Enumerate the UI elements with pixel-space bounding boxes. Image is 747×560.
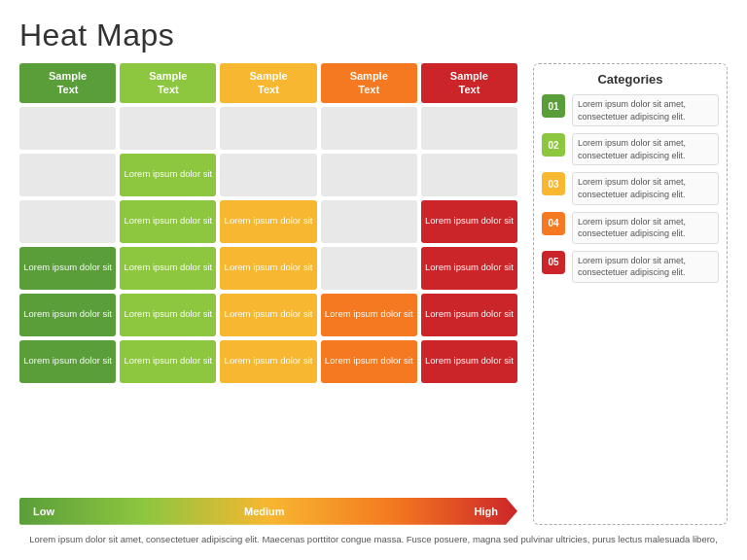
- category-item: 01Lorem ipsum dolor sit amet, consectetu…: [542, 94, 719, 126]
- category-description: Lorem ipsum dolor sit amet, consectetuer…: [572, 133, 719, 165]
- table-cell: Lorem ipsum dolor sit: [421, 340, 517, 383]
- table-cell: [321, 154, 417, 196]
- table-row: [19, 107, 517, 150]
- table-cell: Lorem ipsum dolor sit: [19, 340, 116, 383]
- table-header-row: Sample TextSample TextSample TextSample …: [19, 63, 517, 103]
- table-row: Lorem ipsum dolor sitLorem ipsum dolor s…: [19, 340, 517, 383]
- table-cell: Lorem ipsum dolor sit: [120, 154, 216, 196]
- category-item: 04Lorem ipsum dolor sit amet, consectetu…: [542, 212, 719, 244]
- category-badge: 05: [542, 251, 565, 274]
- categories-box: Categories 01Lorem ipsum dolor sit amet,…: [533, 63, 728, 525]
- column-header: Sample Text: [421, 63, 517, 103]
- categories-section: Categories 01Lorem ipsum dolor sit amet,…: [533, 63, 728, 525]
- gradient-bar-container: Low Medium High: [19, 498, 517, 525]
- table-cell: [220, 154, 316, 196]
- column-header: Sample Text: [120, 63, 216, 103]
- table-cell: [321, 200, 417, 243]
- table-cell: Lorem ipsum dolor sit: [421, 294, 517, 336]
- heatmap-table: Sample TextSample TextSample TextSample …: [19, 63, 517, 492]
- table-row: Lorem ipsum dolor sitLorem ipsum dolor s…: [19, 200, 517, 243]
- category-item: 03Lorem ipsum dolor sit amet, consectetu…: [542, 172, 719, 204]
- column-header: Sample Text: [321, 63, 417, 103]
- table-cell: Lorem ipsum dolor sit: [220, 294, 316, 336]
- categories-list: 01Lorem ipsum dolor sit amet, consectetu…: [542, 94, 719, 283]
- table-row: Lorem ipsum dolor sitLorem ipsum dolor s…: [19, 294, 517, 336]
- footer-text: Lorem ipsum dolor sit amet, consectetuer…: [19, 533, 728, 546]
- table-cell: Lorem ipsum dolor sit: [421, 247, 517, 290]
- category-badge: 01: [542, 94, 565, 118]
- column-header: Sample Text: [220, 63, 316, 103]
- table-cell: Lorem ipsum dolor sit: [220, 340, 316, 383]
- table-cell: [19, 107, 116, 150]
- high-label: High: [475, 506, 498, 517]
- low-label: Low: [33, 506, 54, 517]
- category-item: 05Lorem ipsum dolor sit amet, consectetu…: [542, 251, 719, 283]
- table-cell: [321, 107, 417, 150]
- category-description: Lorem ipsum dolor sit amet, consectetuer…: [572, 172, 719, 204]
- table-row: Lorem ipsum dolor sit: [19, 154, 517, 196]
- table-cell: Lorem ipsum dolor sit: [19, 294, 116, 336]
- category-badge: 03: [542, 172, 565, 195]
- category-item: 02Lorem ipsum dolor sit amet, consectetu…: [542, 133, 719, 165]
- table-cell: Lorem ipsum dolor sit: [220, 247, 316, 290]
- table-row: Lorem ipsum dolor sitLorem ipsum dolor s…: [19, 247, 517, 290]
- table-cell: [220, 107, 316, 150]
- table-cell: Lorem ipsum dolor sit: [220, 200, 316, 243]
- table-cell: Lorem ipsum dolor sit: [321, 294, 417, 336]
- column-header: Sample Text: [19, 63, 116, 103]
- category-badge: 02: [542, 133, 565, 157]
- table-cell: [421, 107, 517, 150]
- table-cell: Lorem ipsum dolor sit: [120, 340, 216, 383]
- gradient-bar: Low Medium High: [19, 498, 517, 525]
- table-cell: [19, 200, 116, 243]
- table-body: Lorem ipsum dolor sitLorem ipsum dolor s…: [19, 107, 517, 492]
- category-description: Lorem ipsum dolor sit amet, consectetuer…: [572, 212, 719, 244]
- category-description: Lorem ipsum dolor sit amet, consectetuer…: [572, 94, 719, 126]
- page-container: Heat Maps Sample TextSample TextSample T…: [0, 0, 747, 560]
- table-cell: Lorem ipsum dolor sit: [321, 340, 417, 383]
- table-cell: [19, 154, 116, 196]
- categories-title: Categories: [542, 72, 719, 87]
- table-cell: Lorem ipsum dolor sit: [19, 247, 116, 290]
- table-cell: Lorem ipsum dolor sit: [421, 200, 517, 243]
- heatmap-section: Sample TextSample TextSample TextSample …: [19, 63, 517, 525]
- category-badge: 04: [542, 212, 565, 235]
- table-cell: Lorem ipsum dolor sit: [120, 200, 216, 243]
- category-description: Lorem ipsum dolor sit amet, consectetuer…: [572, 251, 719, 283]
- table-cell: [321, 247, 417, 290]
- table-cell: Lorem ipsum dolor sit: [120, 247, 216, 290]
- main-content: Sample TextSample TextSample TextSample …: [19, 63, 728, 525]
- table-cell: [120, 107, 216, 150]
- table-cell: Lorem ipsum dolor sit: [120, 294, 216, 336]
- table-cell: [421, 154, 517, 196]
- page-title: Heat Maps: [19, 18, 728, 53]
- medium-label: Medium: [244, 506, 285, 517]
